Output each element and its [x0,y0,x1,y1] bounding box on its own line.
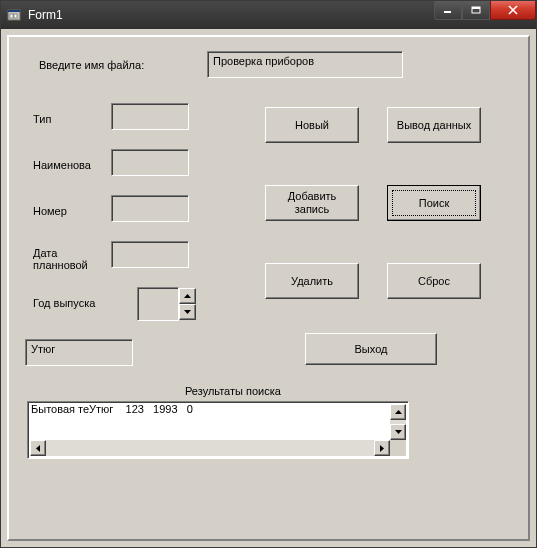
chevron-up-icon [395,410,402,414]
chevron-up-icon [184,294,191,298]
search-key-field[interactable]: Утюг [25,339,133,366]
name-label: Наименова [33,159,91,171]
results-vertical-scrollbar[interactable] [390,404,406,440]
scroll-corner [390,440,406,456]
chevron-right-icon [380,445,384,452]
year-spinner-up[interactable] [179,288,196,304]
delete-button[interactable]: Удалить [265,263,359,299]
app-icon [7,7,23,23]
svg-rect-4 [444,11,451,13]
number-field[interactable] [111,195,189,222]
close-button[interactable] [490,1,536,20]
name-field[interactable] [111,149,189,176]
minimize-icon [443,6,453,14]
svg-rect-6 [472,7,480,9]
output-button[interactable]: Вывод данных [387,107,481,143]
reset-button[interactable]: Сброс [387,263,481,299]
results-listbox[interactable]: Бытовая теУтюг 123 1993 0 [27,401,409,459]
year-spinner[interactable] [179,288,196,320]
type-field[interactable] [111,103,189,130]
filename-value: Проверка приборов [213,55,314,67]
filename-field[interactable]: Проверка приборов [207,51,403,78]
svg-marker-14 [380,445,384,452]
new-button[interactable]: Новый [265,107,359,143]
date-label: Дата планновой [33,247,88,271]
scroll-down-button[interactable] [390,424,406,440]
svg-marker-11 [395,410,402,414]
result-row[interactable]: Бытовая теУтюг 123 1993 0 [28,402,408,416]
minimize-button[interactable] [434,1,462,20]
svg-rect-1 [8,10,20,12]
window-title: Form1 [28,8,63,22]
chevron-down-icon [395,430,402,434]
results-horizontal-scrollbar[interactable] [30,440,390,456]
window-controls [434,1,536,21]
year-label: Год выпуска [33,297,95,309]
svg-rect-3 [14,14,17,18]
app-window: Form1 Введите имя файла: Проверка прибор… [0,0,537,548]
exit-button[interactable]: Выход [305,333,437,365]
svg-rect-2 [10,14,13,18]
svg-marker-10 [184,310,191,314]
filename-prompt-label: Введите имя файла: [39,59,144,71]
scroll-up-button[interactable] [390,404,406,420]
client-area: Введите имя файла: Проверка приборов Тип… [7,35,530,541]
add-record-button[interactable]: Добавить запись [265,185,359,221]
scroll-left-button[interactable] [30,440,46,456]
maximize-button[interactable] [462,1,490,20]
chevron-left-icon [36,445,40,452]
number-label: Номер [33,205,67,217]
year-spinner-down[interactable] [179,304,196,320]
titlebar: Form1 [1,1,536,29]
maximize-icon [471,6,481,14]
search-key-value: Утюг [31,343,55,355]
date-field[interactable] [111,241,189,268]
results-label: Результаты поиска [185,385,281,397]
svg-marker-12 [395,430,402,434]
svg-marker-9 [184,294,191,298]
chevron-down-icon [184,310,191,314]
scroll-right-button[interactable] [374,440,390,456]
svg-marker-13 [36,445,40,452]
search-button[interactable]: Поиск [387,185,481,221]
close-icon [507,5,519,15]
year-field[interactable] [137,287,179,321]
type-label: Тип [33,113,51,125]
